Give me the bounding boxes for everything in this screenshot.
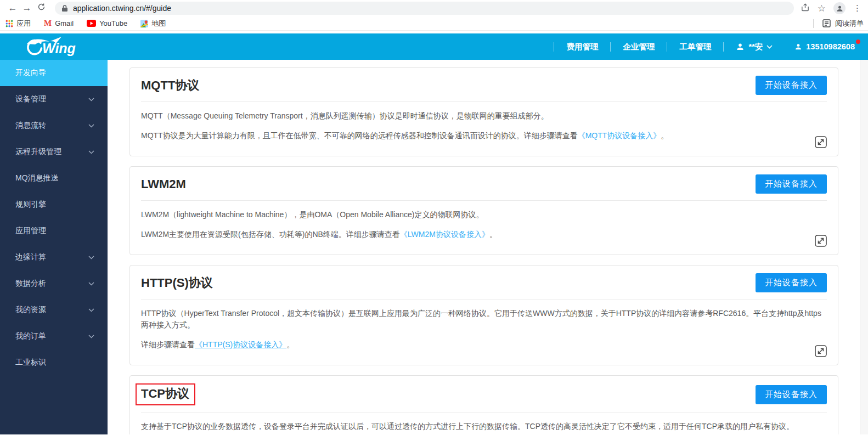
card-steps: MQTT协议是为大量计算能力有限，且工作在低带宽、不可靠的网络的远程传感器和控制…: [141, 130, 827, 142]
chevron-down-icon: [88, 282, 94, 286]
sidebar-item-label: 应用管理: [15, 226, 94, 236]
doc-link-http[interactable]: 《HTTP(S)协议设备接入》: [195, 340, 286, 349]
chevron-down-icon: [88, 124, 94, 128]
browser-menu-icon[interactable]: ⋮: [853, 3, 861, 13]
sidebar-item-my-resources[interactable]: 我的资源: [0, 297, 108, 323]
sidebar-item-dev-guide[interactable]: 开发向导: [0, 60, 108, 86]
card-title: MQTT协议: [141, 77, 199, 94]
sidebar-item-label: MQ消息推送: [15, 173, 94, 183]
reload-icon[interactable]: [34, 1, 48, 15]
user-icon: [736, 42, 745, 51]
sidebar-item-device-management[interactable]: 设备管理: [0, 86, 108, 112]
sidebar-item-my-orders[interactable]: 我的订单: [0, 323, 108, 349]
card-description: MQTT（Message Queuing Telemetry Transport…: [141, 110, 827, 122]
sidebar-item-rule-engine[interactable]: 规则引擎: [0, 191, 108, 218]
sidebar-item-label: 设备管理: [15, 94, 88, 104]
sidebar-item-label: 我的订单: [15, 331, 88, 341]
bookmark-gmail[interactable]: M Gmail: [44, 19, 74, 28]
chevron-down-icon: [766, 45, 773, 49]
card-title: LWM2M: [141, 177, 186, 191]
reading-list-icon[interactable]: [822, 19, 831, 27]
guide-content: MQTT协议 开始设备接入 MQTT（Message Queuing Telem…: [108, 60, 868, 434]
chevron-down-icon: [88, 98, 94, 101]
sidebar-item-app-management[interactable]: 应用管理: [0, 218, 108, 244]
sidebar-item-data-analysis[interactable]: 数据分析: [0, 270, 108, 297]
steps-text: 。: [661, 131, 668, 140]
notification-dot: [856, 39, 860, 44]
bookmark-label: 地图: [151, 19, 166, 29]
sidebar-item-mq-push[interactable]: MQ消息推送: [0, 165, 108, 191]
start-device-access-button[interactable]: 开始设备接入: [756, 76, 827, 95]
divider: [667, 42, 667, 52]
content-scrollbar[interactable]: [860, 60, 868, 434]
chevron-down-icon: [88, 150, 94, 154]
ctwing-logo[interactable]: Wing: [24, 36, 88, 58]
sidebar-item-label: 边缘计算: [15, 252, 88, 262]
start-device-access-button[interactable]: 开始设备接入: [756, 174, 827, 194]
sidebar-item-label: 规则引擎: [15, 200, 94, 210]
chevron-down-icon: [88, 308, 94, 312]
bookmark-maps[interactable]: 地图: [140, 19, 166, 29]
start-device-access-button[interactable]: 开始设备接入: [756, 385, 827, 404]
sidebar-item-label: 开发向导: [15, 68, 94, 78]
sidebar-item-label: 消息流转: [15, 121, 88, 131]
user-menu[interactable]: **安: [736, 42, 773, 52]
profile-avatar[interactable]: [833, 2, 846, 14]
doc-link-mqtt[interactable]: 《MQTT协议设备接入》: [578, 131, 661, 140]
steps-text: LWM2M主要使用在资源受限(包括存储、功耗等)的NB终端。详细步骤请查看: [141, 230, 400, 239]
url-bar[interactable]: application.ctwing.cn/#/guide: [55, 2, 794, 15]
bookmark-label: Gmail: [55, 19, 74, 27]
bookmark-label: YouTube: [99, 19, 127, 27]
divider: [723, 42, 724, 52]
expand-icon[interactable]: [814, 135, 828, 149]
sidebar-item-remote-upgrade[interactable]: 远程升级管理: [0, 139, 108, 165]
expand-icon[interactable]: [814, 344, 828, 358]
maps-icon: [140, 20, 148, 27]
protocol-card-mqtt: MQTT协议 开始设备接入 MQTT（Message Queuing Telem…: [129, 67, 838, 156]
start-device-access-button[interactable]: 开始设备接入: [756, 273, 827, 292]
card-description: HTTP协议（HyperText Transfer Protocol，超文本传输…: [141, 308, 827, 331]
nav-enterprise-management[interactable]: 企业管理: [623, 42, 655, 52]
sidebar-item-message-flow[interactable]: 消息流转: [0, 112, 108, 139]
sidebar: 开发向导 设备管理 消息流转 远程升级管理 MQ消息推送 规则引擎 应用管理 边…: [0, 60, 108, 434]
apps-grid-icon: [5, 20, 13, 27]
sidebar-item-label: 数据分析: [15, 279, 88, 289]
sidebar-item-label: 我的资源: [15, 305, 88, 315]
protocol-card-http: HTTP(S)协议 开始设备接入 HTTP协议（HyperText Transf…: [129, 265, 838, 365]
account-number-text: 13510982608: [806, 42, 855, 51]
sidebar-item-label: 远程升级管理: [15, 147, 88, 157]
bookmarks-bar: 应用 M Gmail YouTube 地图 阅读清单: [0, 16, 868, 31]
card-steps: 详细步骤请查看《HTTP(S)协议设备接入》。: [141, 339, 827, 351]
sidebar-item-label: 工业标识: [15, 358, 94, 368]
share-icon[interactable]: [801, 3, 810, 14]
back-icon[interactable]: ←: [5, 1, 20, 15]
gmail-icon: M: [44, 19, 52, 28]
divider: [813, 19, 814, 28]
reading-list-label[interactable]: 阅读清单: [835, 19, 864, 29]
divider: [610, 42, 611, 52]
steps-text: 。: [286, 340, 294, 349]
expand-icon[interactable]: [814, 234, 828, 248]
bookmark-label: 应用: [16, 19, 31, 29]
youtube-icon: [87, 20, 96, 27]
bookmark-youtube[interactable]: YouTube: [87, 19, 127, 27]
account-number[interactable]: 13510982608: [794, 42, 860, 51]
forward-icon[interactable]: →: [20, 1, 34, 15]
bookmark-apps[interactable]: 应用: [5, 19, 31, 29]
steps-text: 。: [489, 230, 497, 239]
card-description: 支持基于TCP协议的业务数据透传，设备登录平台并完成认证以后，可以通过透传的方式…: [141, 421, 827, 432]
bookmark-star-icon[interactable]: ☆: [818, 3, 826, 14]
sidebar-item-edge-computing[interactable]: 边缘计算: [0, 244, 108, 270]
nav-workorder-management[interactable]: 工单管理: [679, 42, 711, 52]
user-name: **安: [748, 42, 763, 52]
card-title: HTTP(S)协议: [141, 275, 213, 291]
card-description: LWM2M（lightweight Machine to Machine），是由…: [141, 209, 827, 221]
sidebar-item-industrial-id[interactable]: 工业标识: [0, 349, 108, 376]
doc-link-lwm2m[interactable]: 《LWM2M协议设备接入》: [400, 230, 489, 239]
card-title-highlighted: TCP协议: [136, 383, 195, 405]
user-icon: [794, 43, 802, 50]
protocol-card-tcp: TCP协议 开始设备接入 支持基于TCP协议的业务数据透传，设备登录平台并完成认…: [129, 375, 838, 434]
divider: [554, 42, 554, 52]
nav-fee-management[interactable]: 费用管理: [566, 42, 598, 52]
browser-toolbar: ← → application.ctwing.cn/#/guide ☆ ⋮: [0, 0, 868, 16]
